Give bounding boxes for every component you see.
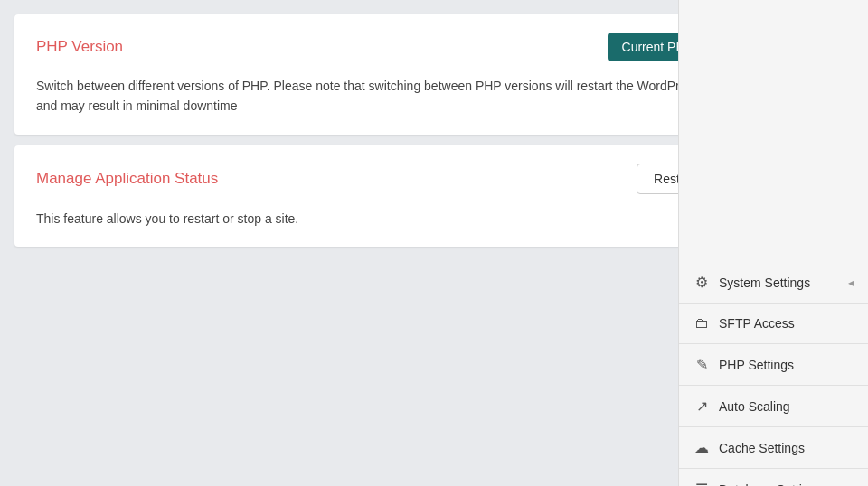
sidebar-label-cache-settings: Cache Settings — [719, 441, 805, 455]
sidebar-item-sftp[interactable]: 🗀 SFTP Access — [679, 304, 868, 344]
sidebar-item-auto-scaling[interactable]: ↗ Auto Scaling — [679, 386, 868, 427]
manage-description: This feature allows you to restart or st… — [36, 209, 778, 229]
sidebar-menu: ⚙ System Settings ◂ 🗀 SFTP Access ✎ PHP … — [679, 262, 868, 486]
manage-card-title: Manage Application Status — [36, 170, 218, 188]
manage-card-body: This feature allows you to restart or st… — [36, 209, 778, 229]
folder-icon: 🗀 — [693, 315, 710, 332]
sidebar-item-cache-settings[interactable]: ☁ Cache Settings — [679, 427, 868, 469]
sidebar-label-database-settings: Database Settings — [719, 482, 822, 487]
php-card-body: Switch between different versions of PHP… — [36, 76, 778, 117]
php-card-header: PHP Version Current PHP Ver. is 7.4 ▾ — [36, 33, 778, 61]
database-icon: ☰ — [693, 481, 710, 486]
cache-icon: ☁ — [693, 439, 710, 456]
scale-icon: ↗ — [693, 397, 710, 415]
chevron-left-icon: ◂ — [848, 276, 854, 289]
sidebar-label-sftp: SFTP Access — [719, 316, 795, 331]
sidebar-item-system-settings[interactable]: ⚙ System Settings ◂ — [679, 262, 868, 304]
right-sidebar: ⚙ System Settings ◂ 🗀 SFTP Access ✎ PHP … — [678, 0, 868, 486]
edit-icon: ✎ — [693, 356, 710, 373]
gear-icon: ⚙ — [693, 274, 710, 291]
sidebar-label-php-settings: PHP Settings — [719, 358, 794, 372]
php-card-title: PHP Version — [36, 38, 123, 56]
manage-card-header: Manage Application Status Restart Stop — [36, 164, 778, 194]
php-description: Switch between different versions of PHP… — [36, 76, 778, 117]
sidebar-label-auto-scaling: Auto Scaling — [719, 399, 790, 414]
sidebar-item-database-settings[interactable]: ☰ Database Settings — [679, 469, 868, 486]
sidebar-item-php-settings[interactable]: ✎ PHP Settings — [679, 344, 868, 386]
sidebar-label-system-settings: System Settings — [719, 276, 810, 290]
